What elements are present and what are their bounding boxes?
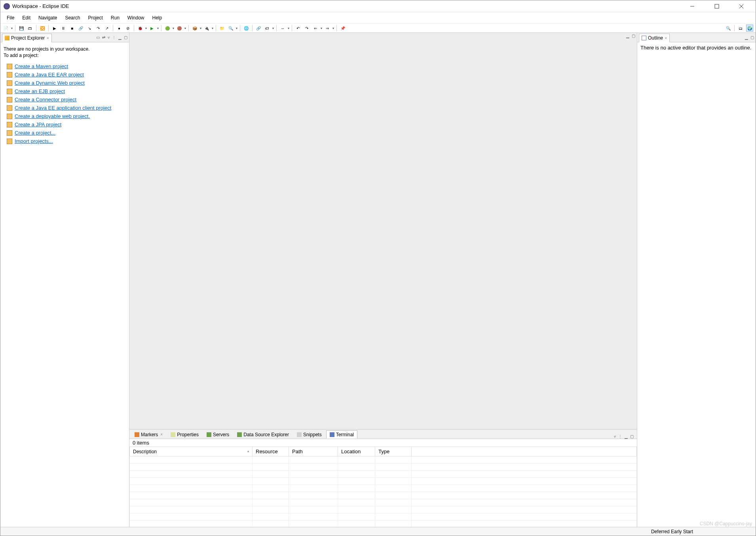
bottom-filter-icon[interactable]: ▿ bbox=[614, 434, 616, 439]
minimize-button[interactable] bbox=[684, 2, 700, 11]
back2-icon[interactable]: ⇐ bbox=[312, 25, 319, 31]
menu-file[interactable]: File bbox=[3, 13, 18, 22]
new-server-dropdown[interactable]: ▾ bbox=[199, 25, 202, 31]
editor-maximize-icon[interactable]: ▢ bbox=[632, 34, 635, 38]
col-location[interactable]: Location bbox=[338, 447, 375, 456]
tag-dropdown[interactable]: ▾ bbox=[272, 25, 274, 31]
step-return-icon[interactable]: ↗ bbox=[104, 25, 110, 31]
project-explorer-tab[interactable]: Project Explorer × bbox=[2, 34, 52, 42]
run-icon[interactable]: ▶ bbox=[149, 25, 155, 31]
step-over-icon[interactable]: ↷ bbox=[95, 25, 101, 31]
open-type-icon[interactable]: 📁 bbox=[219, 25, 225, 31]
tab-snippets[interactable]: Snippets bbox=[293, 430, 325, 439]
disconnect-icon[interactable]: 🔗 bbox=[78, 25, 84, 31]
link-create-maven[interactable]: Create a Maven project bbox=[15, 63, 68, 69]
markers-table[interactable]: Description▴ Resource Path Location Type bbox=[129, 447, 637, 527]
menu-run[interactable]: Run bbox=[107, 13, 123, 22]
new-dropdown[interactable]: ▾ bbox=[11, 25, 13, 31]
editor-minimize-icon[interactable]: ▁ bbox=[626, 34, 629, 38]
link-create-project[interactable]: Create a project... bbox=[15, 130, 55, 136]
run-last-dropdown[interactable]: ▾ bbox=[172, 25, 175, 31]
run-dropdown[interactable]: ▾ bbox=[157, 25, 159, 31]
debug-dropdown[interactable]: ▾ bbox=[145, 25, 147, 31]
view-menu-icon[interactable]: ⋮ bbox=[112, 35, 116, 40]
new-server-icon[interactable]: 📦 bbox=[192, 25, 198, 31]
new-icon[interactable]: 📄 bbox=[3, 25, 9, 31]
search-icon[interactable]: 🔍 bbox=[228, 25, 234, 31]
link-import-projects[interactable]: Import projects... bbox=[15, 138, 53, 144]
debug-arrow-icon[interactable]: ▶ bbox=[51, 25, 58, 31]
link-with-editor-icon[interactable]: ⇄ bbox=[102, 35, 105, 40]
back2-dropdown[interactable]: ▾ bbox=[320, 25, 323, 31]
save-icon[interactable]: 💾 bbox=[18, 25, 25, 31]
menu-search[interactable]: Search bbox=[61, 13, 84, 22]
search-dropdown[interactable]: ▾ bbox=[236, 25, 238, 31]
tab-servers[interactable]: Servers bbox=[203, 430, 233, 439]
javaee-perspective-icon[interactable]: 🌍 bbox=[746, 25, 753, 32]
step-into-icon[interactable]: ↘ bbox=[86, 25, 93, 31]
collapse-all-icon[interactable]: ▭ bbox=[96, 35, 100, 40]
back-icon[interactable]: ↶ bbox=[295, 25, 301, 31]
col-resource[interactable]: Resource bbox=[253, 447, 289, 456]
quick-access-icon[interactable]: 🔍 bbox=[725, 25, 731, 31]
link-create-dynamic-web[interactable]: Create a Dynamic Web project bbox=[15, 80, 85, 86]
forward2-dropdown[interactable]: ▾ bbox=[332, 25, 334, 31]
pin-icon[interactable]: 📌 bbox=[340, 25, 346, 31]
switch-editor-icon[interactable]: 🔀 bbox=[39, 25, 46, 31]
run-last-icon[interactable]: 🟢 bbox=[164, 25, 171, 31]
save-all-icon[interactable]: 🗃 bbox=[27, 25, 33, 31]
coverage-dropdown[interactable]: ▾ bbox=[184, 25, 186, 31]
bottom-menu-icon[interactable]: ⋮ bbox=[618, 434, 622, 439]
link-icon[interactable]: 🔗 bbox=[255, 25, 262, 31]
col-path[interactable]: Path bbox=[289, 447, 338, 456]
close-icon[interactable]: × bbox=[160, 432, 163, 437]
tab-terminal[interactable]: Terminal bbox=[326, 430, 357, 439]
open-perspective-icon[interactable]: 🗂 bbox=[737, 25, 744, 31]
tab-properties[interactable]: Properties bbox=[167, 430, 202, 439]
filter-icon[interactable]: ▿ bbox=[108, 35, 110, 40]
forward2-icon[interactable]: ⇒ bbox=[324, 25, 331, 31]
link-create-ejb[interactable]: Create an EJB project bbox=[15, 88, 65, 94]
table-row bbox=[130, 506, 637, 513]
wizard-icon bbox=[7, 114, 12, 119]
link-create-connector[interactable]: Create a Connector project bbox=[15, 97, 76, 103]
menu-navigate[interactable]: Navigate bbox=[34, 13, 61, 22]
outline-maximize-icon[interactable]: ▢ bbox=[750, 35, 754, 40]
maximize-view-icon[interactable]: ▢ bbox=[124, 35, 127, 40]
close-button[interactable] bbox=[733, 2, 749, 11]
col-type[interactable]: Type bbox=[375, 447, 412, 456]
toggle-breakpoint-icon[interactable]: ● bbox=[116, 25, 122, 31]
link-create-deployable-web[interactable]: Create a deployable web project. bbox=[15, 113, 90, 119]
menu-help[interactable]: Help bbox=[148, 13, 166, 22]
tab-close-icon[interactable]: × bbox=[665, 36, 667, 40]
new-connection-icon[interactable]: 🔌 bbox=[203, 25, 210, 31]
skip-all-icon[interactable]: ⊘ bbox=[125, 25, 131, 31]
open-task-icon[interactable]: 🌐 bbox=[243, 25, 249, 31]
bottom-minimize-icon[interactable]: ▁ bbox=[625, 434, 628, 439]
outline-message: There is no active editor that provides … bbox=[637, 42, 756, 53]
stop-icon[interactable]: ■ bbox=[69, 25, 75, 31]
pause-icon[interactable]: ⏸ bbox=[60, 25, 66, 31]
outline-tab[interactable]: Outline × bbox=[639, 34, 670, 42]
forward-icon[interactable]: ↷ bbox=[304, 25, 310, 31]
tab-data-source-explorer[interactable]: Data Source Explorer bbox=[234, 430, 293, 439]
menu-window[interactable]: Window bbox=[123, 13, 148, 22]
maximize-button[interactable] bbox=[709, 2, 725, 11]
menu-edit[interactable]: Edit bbox=[18, 13, 34, 22]
outline-minimize-icon[interactable]: ▁ bbox=[745, 35, 748, 40]
debug-icon[interactable]: 🐞 bbox=[137, 25, 143, 31]
minimize-view-icon[interactable]: ▁ bbox=[118, 35, 122, 40]
link-create-ear[interactable]: Create a Java EE EAR project bbox=[15, 72, 84, 78]
menu-project[interactable]: Project bbox=[84, 13, 106, 22]
coverage-icon[interactable]: 🟤 bbox=[176, 25, 182, 31]
col-description[interactable]: Description▴ bbox=[130, 447, 253, 456]
next-annotation-icon[interactable]: ↔ bbox=[279, 25, 286, 31]
tag-icon[interactable]: 🏷 bbox=[264, 25, 270, 31]
new-connection-dropdown[interactable]: ▾ bbox=[211, 25, 214, 31]
tab-markers[interactable]: Markers× bbox=[131, 430, 166, 439]
link-create-appclient[interactable]: Create a Java EE application client proj… bbox=[15, 105, 111, 111]
link-create-jpa[interactable]: Create a JPA project bbox=[15, 122, 61, 127]
bottom-maximize-icon[interactable]: ▢ bbox=[630, 434, 634, 439]
next-dropdown[interactable]: ▾ bbox=[287, 25, 290, 31]
tab-close-icon[interactable]: × bbox=[46, 36, 49, 40]
